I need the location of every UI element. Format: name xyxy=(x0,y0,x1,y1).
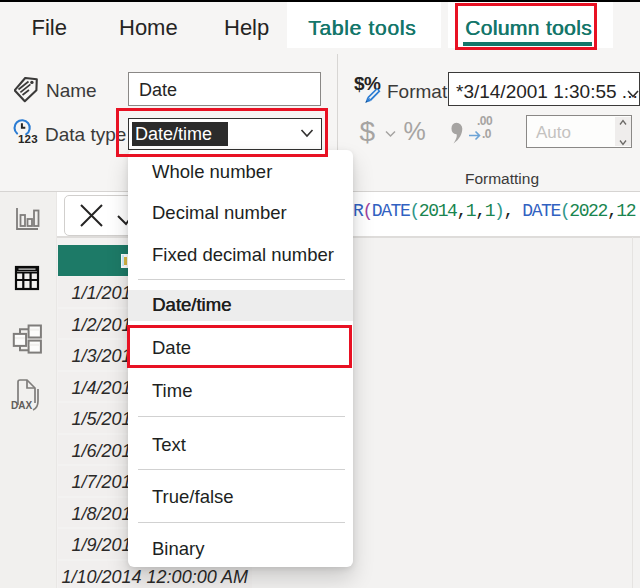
svg-text:123: 123 xyxy=(18,133,38,145)
svg-text:DAX: DAX xyxy=(11,400,32,411)
